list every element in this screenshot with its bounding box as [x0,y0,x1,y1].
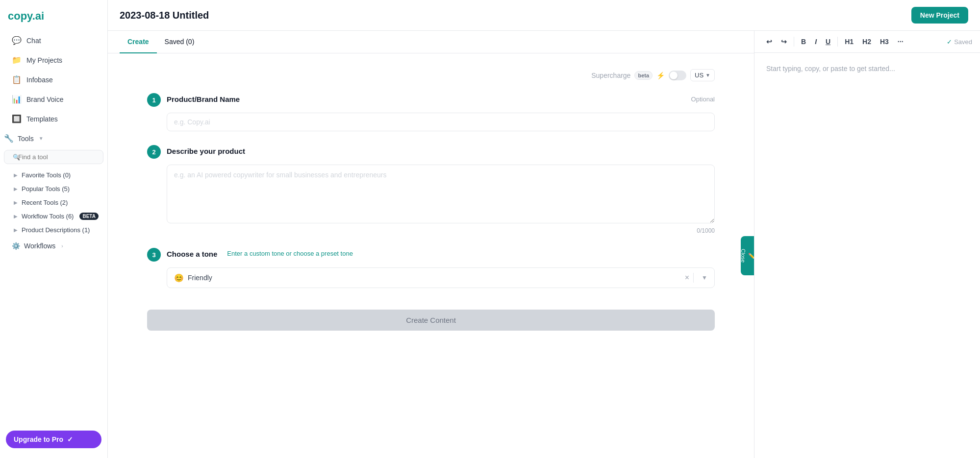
folder-icon: 📁 [12,55,22,65]
arrow-icon-product: ▶ [14,227,18,233]
tools-label: Tools [18,135,34,143]
tool-sub-item-favorite[interactable]: ▶ Favorite Tools (0) [2,169,105,182]
tools-header[interactable]: 🔧 Tools ▼ [0,129,107,148]
step-number-1: 1 [147,93,161,107]
tool-sub-label-favorite: Favorite Tools (0) [22,171,71,179]
find-tool-input[interactable] [4,150,103,164]
tool-sub-label-popular: Popular Tools (5) [22,185,70,193]
tool-sub-label-recent: Recent Tools (2) [22,199,68,206]
project-title: 2023-08-18 Untitled [120,10,209,21]
step-3-header: 3 Choose a tone Enter a custom tone or c… [147,248,715,262]
supercharge-toggle[interactable] [669,71,686,80]
infobase-icon: 📋 [12,75,22,84]
tool-sub-item-popular[interactable]: ▶ Popular Tools (5) [2,182,105,195]
form-section-2: 2 Describe your product 0/1000 [147,145,715,234]
tone-subtitle: Enter a custom tone or choose a preset t… [227,250,353,257]
project-header: 2023-08-18 Untitled New Project [108,0,980,31]
new-project-button[interactable]: New Project [911,7,968,24]
saved-label-text: Saved [954,38,972,46]
sidebar-item-brand-voice[interactable]: 📊 Brand Voice [4,90,103,109]
tools-icon: 🔧 [4,134,14,143]
tool-sub-label-product: Product Descriptions (1) [22,226,90,234]
underline-button[interactable]: U [822,36,834,48]
more-options-button[interactable]: ··· [894,36,907,48]
templates-icon: 🔲 [12,114,22,123]
saved-indicator: ✓ Saved [947,38,972,46]
tool-sub-item-workflow[interactable]: ▶ Workflow Tools (6) BETA [2,210,105,223]
sidebar-item-label-chat: Chat [26,37,41,45]
describe-product-textarea[interactable] [167,165,715,223]
logo-text: copy.ai [8,10,44,23]
toolbar-separator-1 [794,37,794,47]
tool-panel: Create Saved (0) Supercharge beta ⚡ [108,31,754,458]
tone-divider [693,273,694,283]
language-selector[interactable]: US ▼ [690,69,715,81]
tone-section: 😊 Friendly × ▼ [167,267,715,288]
workflows-label: Workflows [24,242,55,250]
tone-value: Friendly [188,274,212,282]
sidebar-item-label-templates: Templates [26,115,58,123]
tool-sub-item-product-desc[interactable]: ▶ Product Descriptions (1) [2,223,105,237]
arrow-icon-recent: ▶ [14,200,18,205]
italic-button[interactable]: I [811,36,821,48]
tab-saved[interactable]: Saved (0) [157,31,202,53]
sidebar-item-label-projects: My Projects [26,56,62,64]
step-number-2: 2 [147,145,161,159]
step-2-title: Describe your product [167,147,245,155]
sidebar-item-workflows[interactable]: ⚙️ Workflows › [4,237,103,255]
sidebar-item-infobase[interactable]: 📋 Infobase [4,70,103,89]
editor-panel: ↩ ↪ B I U H1 H2 H3 ··· ✓ Saved Start typ… [754,31,980,458]
sidebar-item-my-projects[interactable]: 📁 My Projects [4,50,103,70]
editor-content[interactable]: Start typing, copy, or paste to get star… [754,53,980,458]
main-area: 2023-08-18 Untitled New Project Create S… [108,0,980,458]
sidebar: copy.ai 💬 Chat 📁 My Projects 📋 Infobase … [0,0,108,458]
h2-button[interactable]: H2 [858,36,875,48]
supercharge-bar: Supercharge beta ⚡ US ▼ [147,69,715,81]
toolbar-separator-2 [837,37,838,47]
tone-select[interactable]: 😊 Friendly × ▼ [167,267,715,288]
step-1-header: 1 Product/Brand Name Optional [147,93,715,107]
tool-tabs: Create Saved (0) [108,31,754,53]
step-3-title: Choose a tone [167,250,217,258]
tone-emoji: 😊 [174,273,184,283]
close-label: Close [740,249,746,263]
bold-button[interactable]: B [797,36,810,48]
tone-clear-button[interactable]: × [685,273,689,282]
bolt-icon: ⚡ [656,72,665,79]
content-area: Create Saved (0) Supercharge beta ⚡ [108,31,980,458]
sidebar-nav: 💬 Chat 📁 My Projects 📋 Infobase 📊 Brand … [0,30,107,425]
h3-button[interactable]: H3 [876,36,893,48]
step-2-header: 2 Describe your product [147,145,715,159]
sidebar-item-templates[interactable]: 🔲 Templates [4,109,103,128]
upgrade-to-pro-button[interactable]: Upgrade to Pro ✓ [6,431,101,448]
upgrade-label: Upgrade to Pro [14,435,63,443]
optional-label-1: Optional [691,96,715,103]
workflows-icon: ⚙️ [12,242,20,250]
form-section-3: 3 Choose a tone Enter a custom tone or c… [147,248,715,288]
sidebar-item-label-brand-voice: Brand Voice [26,96,64,103]
editor-toolbar: ↩ ↪ B I U H1 H2 H3 ··· ✓ Saved [754,31,980,53]
sidebar-item-chat[interactable]: 💬 Chat [4,31,103,50]
chat-icon: 💬 [12,36,22,45]
lang-chevron-icon: ▼ [705,72,710,78]
tone-chevron-icon[interactable]: ▼ [702,274,707,281]
tab-create[interactable]: Create [120,31,157,53]
workflows-chevron-icon: › [61,243,63,249]
editor-placeholder: Start typing, copy, or paste to get star… [766,65,895,72]
arrow-icon-popular: ▶ [14,186,18,192]
toggle-knob [670,72,678,79]
redo-button[interactable]: ↪ [777,36,791,48]
h1-button[interactable]: H1 [841,36,857,48]
beta-pill: beta [634,71,653,80]
tool-sub-item-recent[interactable]: ▶ Recent Tools (2) [2,196,105,209]
undo-button[interactable]: ↩ [762,36,776,48]
tool-form-wrapper: Supercharge beta ⚡ US ▼ [108,53,754,458]
product-brand-name-input[interactable] [167,113,715,131]
pen-icon: ✏️ [748,253,754,259]
brand-voice-icon: 📊 [12,95,22,104]
find-tool-wrap: 🔍 [0,148,107,168]
close-panel-button[interactable]: ✏️ Close [741,236,754,275]
create-content-button[interactable]: Create Content [147,310,715,331]
tool-form: Supercharge beta ⚡ US ▼ [108,53,754,458]
supercharge-label: Supercharge [591,72,630,79]
